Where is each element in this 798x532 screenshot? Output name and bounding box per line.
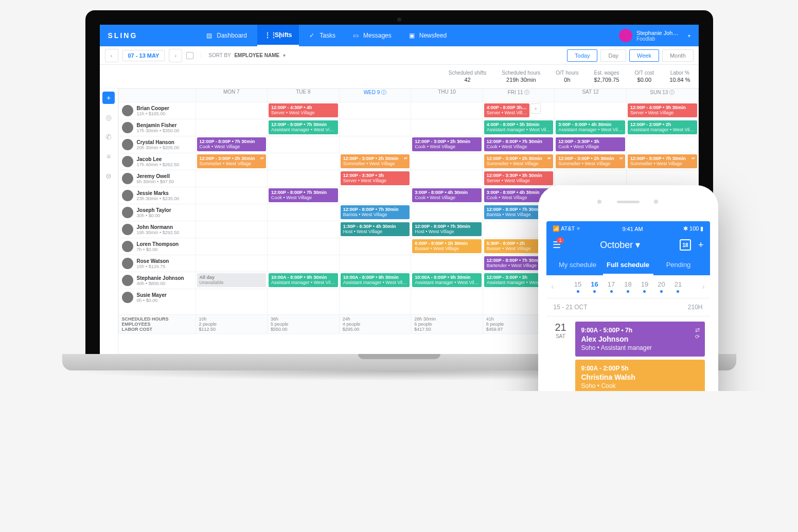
schedule-cell[interactable]: [268, 204, 340, 221]
shift-block[interactable]: 4:00P - 8:00P • 3h 30minAssistant manage…: [484, 120, 554, 134]
employee-cell[interactable]: Joseph Taylor30h • $0.00: [119, 204, 196, 221]
schedule-cell[interactable]: [555, 170, 627, 187]
schedule-cell[interactable]: [339, 255, 411, 272]
menu-button[interactable]: ☰1: [553, 239, 561, 251]
month-selector[interactable]: October ▾: [600, 239, 640, 251]
schedule-cell[interactable]: 12:00P - 8:00P • 7h 30minHost • West Vil…: [411, 221, 483, 238]
day-selector[interactable]: 17: [608, 280, 615, 293]
schedule-cell[interactable]: All dayUnavailable: [196, 272, 268, 289]
schedule-cell[interactable]: 12:00P - 4:30P • 4hServer • West Village: [268, 102, 340, 119]
day-view-button[interactable]: Day: [600, 49, 626, 62]
filter-icon[interactable]: ⊜: [102, 170, 115, 182]
schedule-cell[interactable]: [411, 170, 483, 187]
shift-block[interactable]: 12:00P - 8:00P • 7h 30minCook • West Vil…: [197, 137, 267, 151]
next-week-button[interactable]: ›: [169, 49, 182, 62]
schedule-cell[interactable]: [411, 255, 483, 272]
schedule-cell[interactable]: [196, 255, 268, 272]
schedule-cell[interactable]: 12:00P - 3:00P • 2h 30minSommelier • Wes…: [196, 153, 268, 170]
schedule-cell[interactable]: 12:00P - 8:00P • 7h 30minCook • West Vil…: [268, 187, 340, 204]
add-shift-button[interactable]: +: [102, 92, 115, 104]
schedule-cell[interactable]: [268, 153, 340, 170]
schedule-cell[interactable]: 12:00P - 4:00P • 3h 30minServer • West V…: [626, 102, 698, 119]
schedule-cell[interactable]: [411, 289, 483, 315]
schedule-cell[interactable]: 12:00P - 3:00P • 2h 30minSommelier • Wes…: [483, 153, 555, 170]
tab-full-schedule[interactable]: Full schedule: [603, 256, 653, 275]
employee-cell[interactable]: Stephanie Johnson40h • $800.00: [119, 272, 196, 289]
schedule-cell[interactable]: [339, 136, 411, 153]
schedule-cell[interactable]: [339, 238, 411, 255]
shift-block[interactable]: 12:00P - 2:00P • 2hAssistant manager • W…: [628, 120, 697, 134]
schedule-cell[interactable]: 12:00P - 2:00P • 2hAssistant manager • W…: [626, 119, 698, 136]
location-icon[interactable]: ◎: [102, 111, 115, 123]
schedule-cell[interactable]: [196, 170, 268, 187]
schedule-cell[interactable]: [411, 204, 483, 221]
shift-block[interactable]: 12:00P - 4:30P • 4hServer • West Village: [269, 103, 338, 117]
shift-card[interactable]: 9:00A - 2:00P 5hChristina WalshSoho • Co…: [575, 360, 705, 391]
day-selector[interactable]: 16: [591, 280, 598, 293]
schedule-cell[interactable]: 12:00P - 8:00P • 7h 30minAssistant manag…: [268, 119, 340, 136]
select-all-checkbox[interactable]: [186, 52, 193, 59]
schedule-cell[interactable]: 12:00P - 3:00P • 2h 30minSommelier • Wes…: [555, 153, 627, 170]
shift-card[interactable]: 9:00A - 5:00P • 7hAlex JohnsonSoho • Ass…: [575, 322, 705, 357]
employee-cell[interactable]: Loren Thompson7h • $0.00: [119, 238, 196, 255]
employee-cell[interactable]: Jessie Marks23h 30min • $235.00: [119, 187, 196, 204]
schedule-cell[interactable]: [411, 153, 483, 170]
today-button[interactable]: Today: [567, 49, 597, 62]
schedule-cell[interactable]: 12:00P - 3:00P • 2h 30minSommelier • Wes…: [339, 153, 411, 170]
schedule-cell[interactable]: [268, 289, 340, 315]
schedule-cell[interactable]: [268, 238, 340, 255]
schedule-cell[interactable]: [196, 204, 268, 221]
schedule-cell[interactable]: [339, 119, 411, 136]
schedule-cell[interactable]: [196, 187, 268, 204]
schedule-cell[interactable]: 12:00P - 3:30P • 3hServer • West Village: [339, 170, 411, 187]
schedule-cell[interactable]: 10:00A - 8:00P • 9h 30minAssistant manag…: [268, 272, 340, 289]
shift-block[interactable]: 4:00P - 8:00P 3h…Server • West Vill…: [484, 103, 529, 117]
schedule-cell[interactable]: 6:00P - 8:00P • 1h 30minBusser • West Vi…: [411, 238, 483, 255]
week-view-button[interactable]: Week: [629, 49, 659, 62]
shift-block[interactable]: 3:00P - 8:00P • 4h 30minAssistant manage…: [556, 120, 625, 134]
schedule-cell[interactable]: 12:00P - 8:00P • 7h 30minCook • West Vil…: [483, 136, 555, 153]
list-icon[interactable]: ≡: [102, 150, 115, 163]
schedule-cell[interactable]: 12:00P - 8:00P • 7h 30minBarista • West …: [339, 204, 411, 221]
schedule-cell[interactable]: [196, 221, 268, 238]
schedule-cell[interactable]: [268, 255, 340, 272]
tab-my-schedule[interactable]: My schedule: [553, 256, 603, 275]
day-selector[interactable]: 20: [658, 280, 665, 293]
shift-block[interactable]: All dayUnavailable: [197, 273, 267, 287]
schedule-cell[interactable]: 1:30P - 6:30P • 4h 30minHost • West Vill…: [339, 221, 411, 238]
shift-block[interactable]: 10:00A - 8:00P • 9h 30minAssistant manag…: [341, 273, 410, 287]
schedule-cell[interactable]: 4:00P - 8:00P • 3h 30minAssistant manage…: [483, 119, 555, 136]
day-selector[interactable]: 18: [624, 280, 631, 293]
schedule-cell[interactable]: [555, 102, 627, 119]
date-range[interactable]: 07 - 13 MAY: [122, 50, 165, 61]
schedule-cell[interactable]: [196, 119, 268, 136]
nav-shifts[interactable]: ⋮⋮⋮Shifts: [257, 25, 299, 46]
shift-block[interactable]: 12:00P - 3:00P • 2h 30minSommelier • Wes…: [556, 154, 625, 168]
employee-cell[interactable]: Crystal Hanson20h 30min • $205.00: [119, 136, 196, 153]
schedule-cell[interactable]: [339, 289, 411, 315]
tab-pending[interactable]: Pending: [653, 256, 704, 275]
schedule-cell[interactable]: [339, 102, 411, 119]
day-selector[interactable]: 15: [574, 280, 581, 293]
employee-cell[interactable]: Rose Watson15h • $129.75: [119, 255, 196, 272]
shift-block[interactable]: 12:00P - 3:00P • 2h 30minSommelier • Wes…: [341, 154, 410, 168]
schedule-cell[interactable]: 3:00P - 8:00P • 4h 30minCook • West Vill…: [411, 187, 483, 204]
phone-icon[interactable]: ✆: [102, 131, 115, 143]
day-selector[interactable]: 21: [675, 280, 682, 293]
shift-block[interactable]: 12:00P - 8:00P • 7h 30minCook • West Vil…: [484, 137, 554, 151]
shift-block[interactable]: 3:00P - 8:00P • 4h 30minCook • West Vill…: [412, 188, 482, 202]
schedule-cell[interactable]: [196, 102, 268, 119]
sort-control[interactable]: SORT BY EMPLOYEE NAME ▾: [201, 52, 286, 58]
schedule-cell[interactable]: [411, 119, 483, 136]
schedule-cell[interactable]: [268, 170, 340, 187]
shift-block[interactable]: 12:00P - 3:30P • 3h 30minServer • West V…: [484, 171, 554, 185]
shift-block[interactable]: 12:00P - 3:00P • 2h 30minCook • West Vil…: [412, 137, 482, 151]
shift-block[interactable]: 1:30P - 6:30P • 4h 30minHost • West Vill…: [341, 222, 410, 236]
employee-cell[interactable]: Benjamin Fisher17h 30min • $350.00: [119, 119, 196, 136]
add-shift-icon[interactable]: +: [530, 103, 541, 114]
day-selector[interactable]: 19: [641, 280, 648, 293]
shift-block[interactable]: 12:00P - 3:00P • 2h 30minSommelier • Wes…: [197, 154, 267, 168]
employee-cell[interactable]: Jacob Lee17h 40min • $262.50: [119, 153, 196, 170]
shift-block[interactable]: 12:00P - 8:00P • 7h 30minSommelier • Wes…: [628, 154, 697, 168]
schedule-cell[interactable]: 12:00P - 8:00P • 7h 30minSommelier • Wes…: [626, 153, 698, 170]
